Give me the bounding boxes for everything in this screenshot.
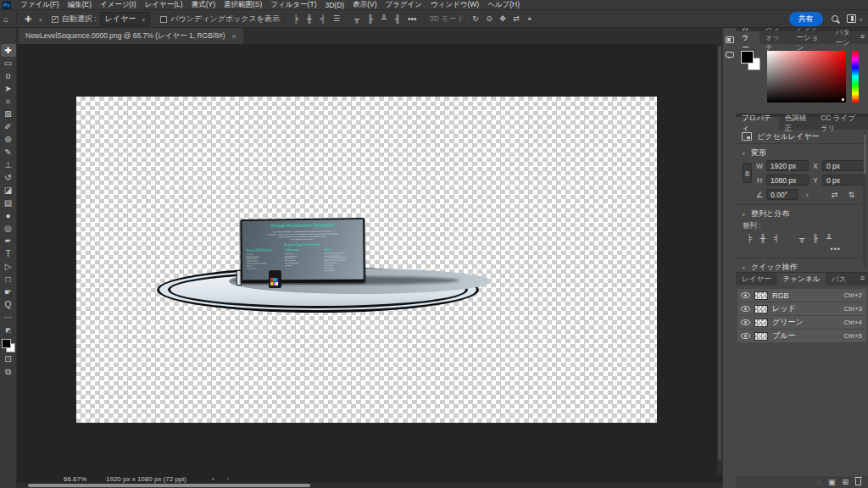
hue-slider[interactable] (852, 51, 859, 103)
status-expand-icon[interactable]: › (212, 475, 214, 483)
new-channel-icon[interactable]: ⊞ (842, 479, 849, 486)
chevron-down-icon[interactable]: ∨ (38, 16, 42, 22)
align-left-icon[interactable]: ╞ (289, 14, 303, 23)
menu-3d[interactable]: 3D(D) (320, 1, 348, 9)
horizontal-scrollbar[interactable] (17, 483, 722, 488)
chevron-down-icon[interactable]: ∨ (860, 16, 863, 22)
align-edges-icon[interactable]: ☰ (330, 14, 343, 23)
document-tab[interactable]: NewLevelSequence.0000.png @ 66.7% (レイヤー … (19, 28, 243, 44)
menu-image[interactable]: イメージ(I) (96, 0, 141, 10)
object-selection-tool[interactable]: ➤ (1, 82, 16, 95)
align-bottom-icon[interactable]: ╨ (822, 234, 836, 242)
tab-color[interactable]: カラー (736, 31, 760, 44)
tab-gradients[interactable]: グラデーション (791, 31, 830, 44)
screen-mode-icon[interactable]: ⧉ (1, 365, 16, 378)
align-top-icon[interactable]: ╥ (350, 14, 364, 23)
color-swatches[interactable] (741, 51, 761, 71)
align-top-icon[interactable]: ╥ (795, 234, 809, 242)
frame-tool[interactable]: ⊠ (1, 108, 16, 120)
y-field[interactable]: 0 px (822, 175, 865, 186)
align-right-icon[interactable]: ╡ (770, 234, 783, 242)
more-align-options-icon[interactable]: ••• (831, 245, 841, 253)
menu-layer[interactable]: レイヤー(L) (141, 0, 187, 10)
width-field[interactable]: 1920 px (766, 160, 809, 171)
comments-panel-icon[interactable] (726, 52, 734, 58)
channel-row-red[interactable]: レッド Ctrl+3 (737, 302, 866, 315)
panel-menu-icon[interactable]: ≡ (857, 273, 868, 286)
align-middle-icon[interactable]: ╟ (809, 234, 822, 242)
tab-channels[interactable]: チャンネル (777, 273, 826, 286)
height-field[interactable]: 1080 px (766, 175, 809, 186)
history-brush-tool[interactable]: ↺ (1, 171, 16, 184)
rectangle-tool[interactable]: □ (1, 273, 16, 286)
link-dimensions-icon[interactable]: 8 (743, 163, 752, 183)
menu-window[interactable]: ウィンドウ(W) (426, 0, 483, 10)
distribute-icon[interactable]: ╢ (391, 14, 404, 23)
tab-patterns[interactable]: パターン (830, 31, 857, 44)
default-colors-icon[interactable]: ◩ (1, 324, 16, 336)
visibility-eye-icon[interactable] (741, 292, 750, 298)
saturation-brightness-field[interactable] (767, 51, 846, 103)
channel-row-green[interactable]: グリーン Ctrl+4 (737, 316, 866, 329)
flip-vertical-icon[interactable]: ⇅ (844, 191, 858, 199)
align-section-header[interactable]: ∨ 整列と分布 (736, 205, 868, 221)
auto-select-checkbox[interactable] (52, 16, 58, 23)
hand-tool[interactable]: ☛ (1, 286, 16, 298)
rotation-field[interactable]: 0.00° (766, 189, 798, 200)
visibility-eye-icon[interactable] (741, 306, 750, 312)
gradient-tool[interactable]: ▤ (1, 197, 16, 209)
foreground-color-swatch[interactable] (741, 51, 754, 64)
menu-type[interactable]: 書式(Y) (187, 0, 220, 10)
tab-properties[interactable]: プロパティ (736, 117, 779, 130)
properties-scrollbar[interactable] (863, 132, 867, 268)
more-options-icon[interactable]: ••• (404, 14, 420, 24)
brush-tool[interactable]: ✎ (1, 146, 16, 158)
quick-mask-icon[interactable]: ⊡ (1, 352, 16, 365)
foreground-color-swatch[interactable] (2, 339, 11, 348)
foreground-background-swatches[interactable] (2, 339, 15, 352)
tab-paths[interactable]: パス (826, 273, 852, 286)
visibility-eye-icon[interactable] (741, 319, 750, 325)
workspace-icon[interactable] (847, 14, 856, 23)
search-icon[interactable] (832, 15, 838, 22)
menu-help[interactable]: ヘルプ(H) (483, 0, 524, 10)
tab-cc-libraries[interactable]: CC ライブラリ (815, 117, 868, 130)
align-center-icon[interactable]: ╫ (756, 234, 770, 242)
flip-horizontal-icon[interactable]: ⇄ (827, 191, 841, 199)
edit-toolbar-icon[interactable]: ⋯ (1, 311, 16, 324)
close-icon[interactable]: × (232, 32, 236, 41)
visibility-eye-icon[interactable] (741, 333, 750, 339)
align-left-icon[interactable]: ╞ (743, 234, 756, 242)
healing-brush-tool[interactable]: ⊛ (1, 133, 16, 146)
x-field[interactable]: 0 px (822, 160, 865, 171)
blur-tool[interactable]: ● (1, 209, 16, 222)
home-icon[interactable]: ⌂ (0, 14, 12, 24)
menu-edit[interactable]: 編集(E) (64, 0, 96, 10)
eyedropper-tool[interactable]: ✐ (1, 120, 16, 133)
menu-filter[interactable]: フィルター(T) (266, 0, 320, 10)
type-tool[interactable]: T (1, 247, 16, 260)
tab-adjustments[interactable]: 色調補正 (779, 117, 815, 130)
menu-plugins[interactable]: プラグイン (381, 0, 426, 10)
menu-file[interactable]: ファイル(F) (16, 0, 64, 10)
align-bottom-icon[interactable]: ╨ (377, 14, 391, 23)
lasso-tool[interactable]: ʊ (1, 69, 16, 82)
auto-select-dropdown[interactable]: レイヤー ∨ (100, 12, 151, 26)
share-button[interactable]: 共有 (789, 12, 823, 26)
save-selection-icon[interactable]: ▣ (828, 479, 836, 486)
clone-stamp-tool[interactable]: ⊥ (1, 158, 16, 171)
load-selection-icon[interactable]: ◌ (817, 479, 821, 486)
transform-section-header[interactable]: ∨ 変形 (736, 144, 868, 160)
align-center-icon[interactable]: ╫ (303, 14, 316, 23)
tab-layers[interactable]: レイヤー (736, 273, 777, 286)
menu-select[interactable]: 選択範囲(S) (220, 0, 266, 10)
marquee-tool[interactable]: ▭ (1, 57, 16, 69)
panel-menu-icon[interactable]: ≡ (857, 31, 868, 44)
color-picker-marker[interactable] (768, 97, 772, 102)
align-right-icon[interactable]: ╡ (316, 14, 330, 23)
move-tool[interactable]: ✚ (1, 44, 16, 57)
path-selection-tool[interactable]: ▷ (1, 260, 16, 273)
align-middle-icon[interactable]: ╟ (364, 14, 377, 23)
menu-view[interactable]: 表示(V) (348, 0, 381, 10)
canvas-artboard[interactable]: Virtual Production Template The Virtual … (76, 97, 657, 423)
